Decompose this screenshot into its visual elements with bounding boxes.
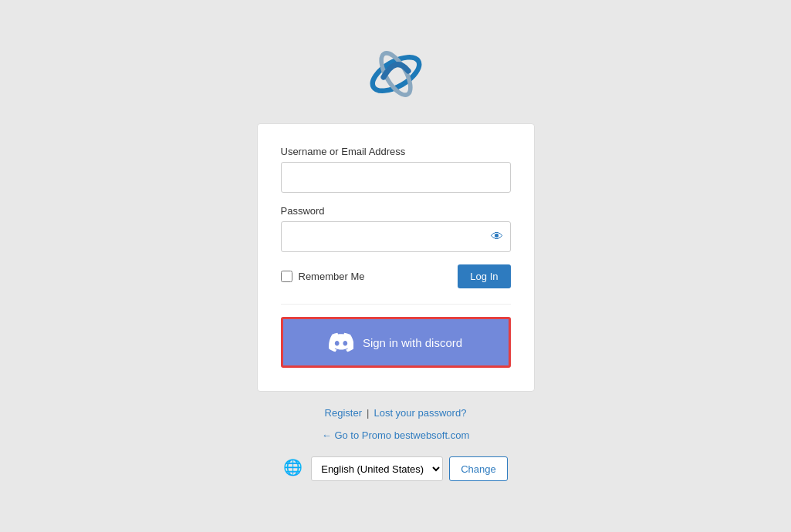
divider bbox=[281, 304, 511, 305]
discord-icon bbox=[329, 330, 353, 355]
password-wrapper: 👁 bbox=[281, 221, 511, 252]
lost-password-link[interactable]: Lost your password? bbox=[374, 407, 466, 419]
back-to-site-link[interactable]: ← Go to Promo bestwebsoft.com bbox=[322, 429, 469, 441]
remember-label: Remember Me bbox=[299, 271, 365, 282]
password-input[interactable] bbox=[281, 221, 511, 252]
login-card: Username or Email Address Password 👁 Rem… bbox=[257, 123, 535, 392]
remember-row: Remember Me Log In bbox=[281, 264, 511, 288]
change-language-button[interactable]: Change bbox=[449, 456, 508, 481]
login-button[interactable]: Log In bbox=[458, 264, 510, 288]
username-input[interactable] bbox=[281, 162, 511, 193]
discord-button-label: Sign in with discord bbox=[363, 336, 462, 349]
links-separator: | bbox=[367, 407, 369, 419]
translate-icon: 🌐 bbox=[283, 458, 305, 480]
remember-left: Remember Me bbox=[281, 271, 365, 282]
site-logo bbox=[365, 43, 427, 105]
page-wrapper: Username or Email Address Password 👁 Rem… bbox=[0, 20, 791, 512]
language-select[interactable]: English (United States) Spanish French G… bbox=[311, 456, 443, 481]
username-label: Username or Email Address bbox=[281, 146, 511, 157]
password-label: Password bbox=[281, 205, 511, 217]
discord-signin-button[interactable]: Sign in with discord bbox=[281, 317, 511, 368]
language-row: 🌐 English (United States) Spanish French… bbox=[283, 456, 508, 481]
register-link[interactable]: Register bbox=[325, 407, 362, 419]
footer-links: Register | Lost your password? bbox=[325, 407, 467, 419]
remember-checkbox[interactable] bbox=[281, 271, 292, 282]
show-password-icon[interactable]: 👁 bbox=[491, 230, 503, 244]
logo-container bbox=[365, 43, 427, 108]
